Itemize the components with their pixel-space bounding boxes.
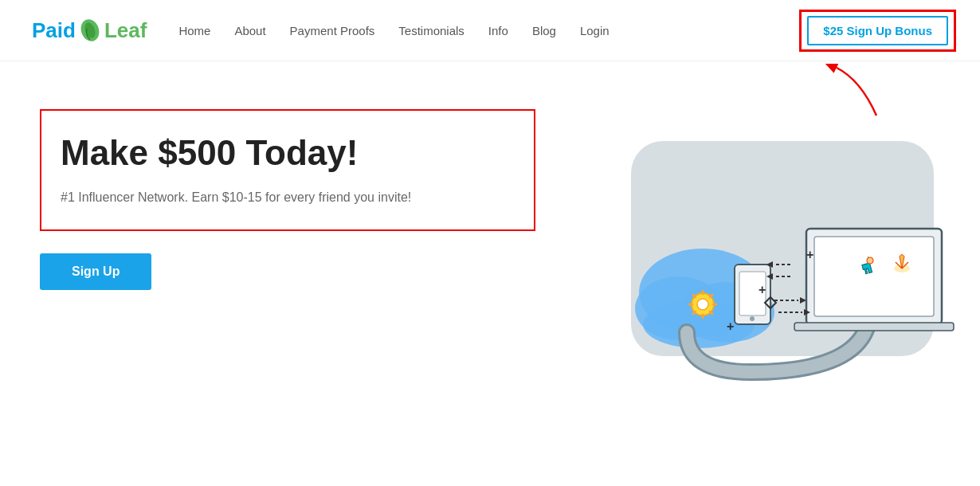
site-header: Paid Leaf Home About Payment Proofs Test… [0,0,980,61]
nav-login[interactable]: Login [580,24,610,37]
right-illustration: + + + [567,109,966,396]
hero-title: Make $500 Today! [61,133,515,174]
bonus-btn-wrapper: $25 Sign Up Bonus [807,16,948,45]
svg-rect-9 [814,237,934,316]
logo-leaf-text: Leaf [104,18,147,43]
svg-point-36 [867,257,873,264]
signup-button[interactable]: Sign Up [40,253,151,290]
main-content: Make $500 Today! #1 Influencer Network. … [0,61,980,428]
svg-point-13 [750,316,755,321]
logo-paid-text: Paid [32,18,76,43]
nav-about[interactable]: About [234,24,265,37]
svg-point-27 [697,299,708,310]
svg-text:+: + [727,319,734,333]
main-nav: Home About Payment Proofs Testimonials I… [178,24,807,37]
svg-text:+: + [759,283,766,296]
svg-text:+: + [806,248,813,261]
left-content: Make $500 Today! #1 Influencer Network. … [40,109,535,290]
nav-testimonials[interactable]: Testimonials [398,24,465,37]
nav-info[interactable]: Info [488,24,508,37]
hero-box: Make $500 Today! #1 Influencer Network. … [40,109,535,231]
svg-rect-10 [794,323,954,331]
nav-blog[interactable]: Blog [532,24,556,37]
hero-illustration: + + + [567,117,966,396]
logo[interactable]: Paid Leaf [32,18,147,43]
signup-bonus-button[interactable]: $25 Sign Up Bonus [807,16,948,45]
nav-payment-proofs[interactable]: Payment Proofs [290,24,375,37]
hero-subtitle: #1 Influencer Network. Earn $10-15 for e… [61,188,515,207]
logo-leaf-icon [77,18,103,43]
nav-home[interactable]: Home [178,24,210,37]
